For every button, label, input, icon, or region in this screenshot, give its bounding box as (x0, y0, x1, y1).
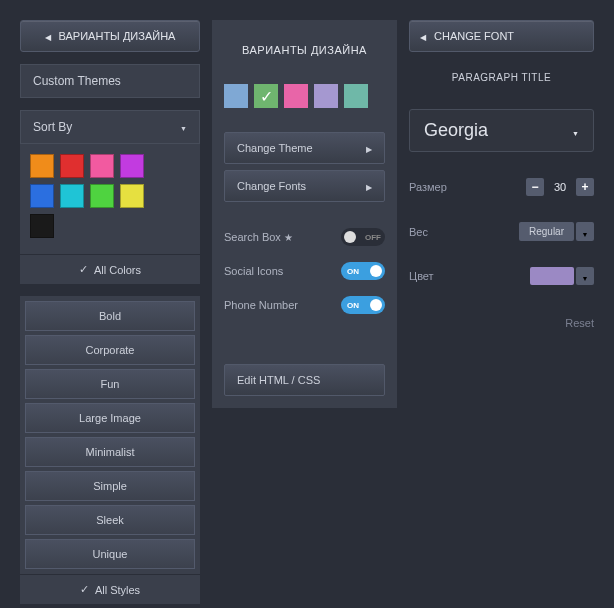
color-swatch[interactable] (90, 184, 114, 208)
all-styles-label: All Styles (95, 584, 140, 596)
style-item[interactable]: Corporate (25, 335, 195, 365)
color-swatch-grid (20, 144, 200, 254)
color-swatch[interactable] (90, 154, 114, 178)
style-item[interactable]: Unique (25, 539, 195, 569)
toggle-row: Phone NumberON (224, 288, 385, 322)
color-swatch[interactable] (60, 154, 84, 178)
change-theme-button[interactable]: Change Theme (224, 132, 385, 164)
toggle-label: Phone Number (224, 299, 298, 311)
style-item[interactable]: Bold (25, 301, 195, 331)
style-item[interactable]: Simple (25, 471, 195, 501)
panel-title-text: ВАРИАНТЫ ДИЗАЙНА (242, 44, 367, 56)
design-variants-label: ВАРИАНТЫ ДИЗАЙНА (59, 30, 176, 42)
chevron-right-icon (366, 180, 372, 192)
weight-label: Вес (409, 226, 428, 238)
color-swatch[interactable] (30, 214, 54, 238)
color-swatch[interactable] (120, 154, 144, 178)
size-label: Размер (409, 181, 447, 193)
weight-value: Regular (519, 222, 574, 241)
check-icon (80, 583, 89, 596)
change-fonts-label: Change Fonts (237, 180, 306, 192)
chevron-left-icon (45, 30, 51, 42)
theme-swatch-row (224, 80, 385, 120)
check-icon (79, 263, 88, 276)
edit-html-css-button[interactable]: Edit HTML / CSS (224, 364, 385, 396)
chevron-down-icon (572, 120, 579, 141)
style-item[interactable]: Minimalist (25, 437, 195, 467)
all-colors-button[interactable]: All Colors (20, 254, 200, 284)
color-swatch[interactable] (30, 184, 54, 208)
all-styles-button[interactable]: All Styles (20, 574, 200, 604)
change-font-label: CHANGE FONT (434, 30, 514, 42)
style-item[interactable]: Sleek (25, 505, 195, 535)
sort-by-label: Sort By (33, 120, 72, 134)
design-variants-button[interactable]: ВАРИАНТЫ ДИЗАЙНА (20, 20, 200, 52)
color-dropdown[interactable] (530, 267, 594, 285)
paragraph-title-text: PARAGRAPH TITLE (452, 72, 551, 83)
toggle-switch[interactable]: ON (341, 296, 385, 314)
theme-swatch[interactable] (314, 84, 338, 108)
all-colors-label: All Colors (94, 264, 141, 276)
font-family-dropdown[interactable]: Georgia (409, 109, 594, 152)
toggle-row: Search Box OFF (224, 220, 385, 254)
toggle-label: Search Box (224, 231, 293, 243)
check-icon (260, 87, 273, 106)
change-font-button[interactable]: CHANGE FONT (409, 20, 594, 52)
theme-swatch[interactable] (254, 84, 278, 108)
font-family-value: Georgia (424, 120, 488, 141)
color-chevron[interactable] (576, 267, 594, 285)
theme-swatch[interactable] (224, 84, 248, 108)
paragraph-title-header: PARAGRAPH TITLE (409, 64, 594, 97)
edit-html-label: Edit HTML / CSS (237, 374, 320, 386)
color-label: Цвет (409, 270, 434, 282)
chevron-down-icon (582, 267, 589, 285)
chevron-down-icon (582, 223, 589, 241)
theme-swatch[interactable] (344, 84, 368, 108)
panel-title: ВАРИАНТЫ ДИЗАЙНА (224, 32, 385, 68)
weight-chevron[interactable] (576, 222, 594, 241)
styles-list: BoldCorporateFunLarge ImageMinimalistSim… (20, 296, 200, 574)
toggle-switch[interactable]: OFF (341, 228, 385, 246)
custom-themes-label: Custom Themes (33, 74, 121, 88)
toggle-label: Social Icons (224, 265, 283, 277)
size-increment-button[interactable]: + (576, 178, 594, 196)
style-item[interactable]: Fun (25, 369, 195, 399)
size-value: 30 (546, 178, 574, 196)
sort-by-dropdown[interactable]: Sort By (20, 110, 200, 144)
change-theme-label: Change Theme (237, 142, 313, 154)
star-icon (284, 231, 293, 243)
change-fonts-button[interactable]: Change Fonts (224, 170, 385, 202)
weight-dropdown[interactable]: Regular (519, 222, 594, 241)
size-stepper: − 30 + (526, 178, 594, 196)
color-swatch[interactable] (120, 184, 144, 208)
toggles-group: Search Box OFFSocial IconsONPhone Number… (224, 220, 385, 322)
color-swatch (530, 267, 574, 285)
chevron-down-icon (180, 120, 187, 134)
toggle-switch[interactable]: ON (341, 262, 385, 280)
color-swatch[interactable] (30, 154, 54, 178)
chevron-left-icon (420, 30, 426, 42)
style-item[interactable]: Large Image (25, 403, 195, 433)
toggle-row: Social IconsON (224, 254, 385, 288)
theme-swatch[interactable] (284, 84, 308, 108)
chevron-right-icon (366, 142, 372, 154)
size-decrement-button[interactable]: − (526, 178, 544, 196)
reset-link[interactable]: Reset (409, 317, 594, 329)
custom-themes-header[interactable]: Custom Themes (20, 64, 200, 98)
color-swatch[interactable] (60, 184, 84, 208)
reset-label: Reset (565, 317, 594, 329)
